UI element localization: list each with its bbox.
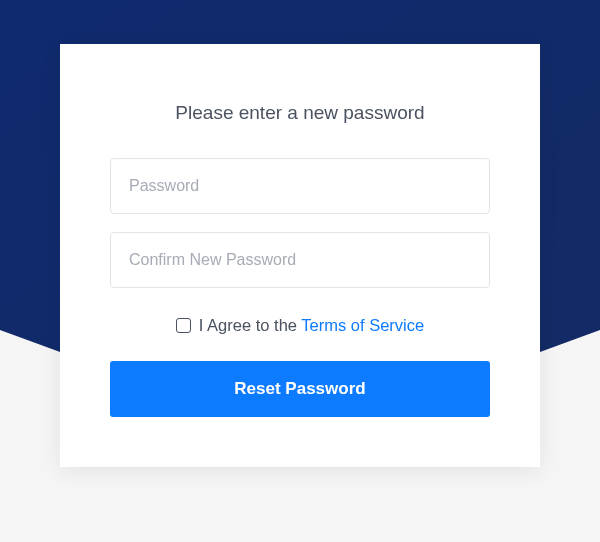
agree-label: I Agree to the Terms of Service	[199, 316, 424, 335]
agree-row: I Agree to the Terms of Service	[110, 316, 490, 335]
confirm-password-input[interactable]	[110, 232, 490, 288]
agree-checkbox[interactable]	[176, 318, 191, 333]
reset-password-card: Please enter a new password I Agree to t…	[60, 44, 540, 467]
password-input[interactable]	[110, 158, 490, 214]
reset-password-button[interactable]: Reset Password	[110, 361, 490, 417]
card-heading: Please enter a new password	[110, 102, 490, 124]
agree-prefix: I Agree to the	[199, 316, 301, 334]
terms-of-service-link[interactable]: Terms of Service	[301, 316, 424, 334]
